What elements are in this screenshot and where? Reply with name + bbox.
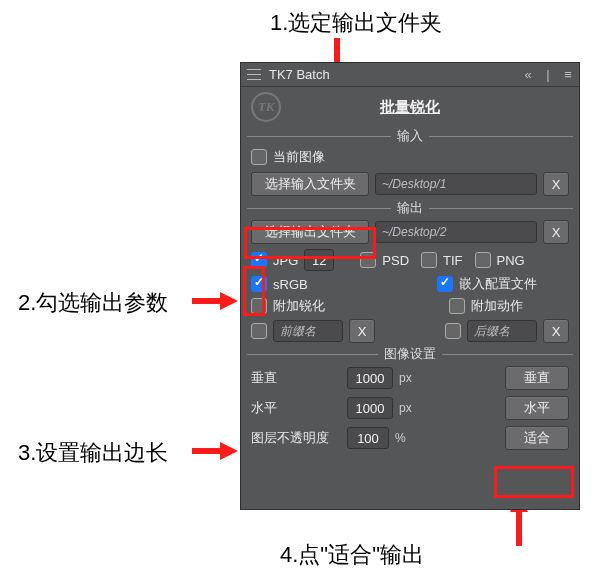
input-folder-row: 选择输入文件夹 ~/Desktop/1 X bbox=[241, 169, 579, 199]
prefix-checkbox[interactable] bbox=[251, 323, 267, 339]
suffix-input[interactable]: 后缀名 bbox=[467, 320, 537, 342]
png-checkbox[interactable] bbox=[475, 252, 491, 268]
tif-checkbox[interactable] bbox=[421, 252, 437, 268]
extra-action-label: 附加动作 bbox=[471, 297, 523, 315]
section-output-header: 输出 bbox=[241, 199, 579, 217]
horizontal-button[interactable]: 水平 bbox=[505, 396, 569, 420]
extra-action-checkbox[interactable] bbox=[449, 298, 465, 314]
opacity-row: 图层不透明度 100 % 适合 bbox=[241, 423, 579, 453]
clear-output-folder-button[interactable]: X bbox=[543, 220, 569, 244]
jpg-label: JPG bbox=[273, 253, 298, 268]
menu-icon[interactable]: ≡ bbox=[561, 67, 575, 82]
tk7-batch-panel: TK7 Batch « | ≡ TK 批量锐化 输入 当前图像 选择输入文件夹 … bbox=[240, 62, 580, 510]
section-input-header: 输入 bbox=[241, 127, 579, 145]
current-image-label: 当前图像 bbox=[273, 148, 325, 166]
horizontal-row: 水平 1000 px 水平 bbox=[241, 393, 579, 423]
arrow-3-head bbox=[220, 442, 238, 460]
output-folder-path[interactable]: ~/Desktop/2 bbox=[375, 221, 537, 243]
annotation-1: 1.选定输出文件夹 bbox=[270, 8, 442, 38]
divider-icon: | bbox=[541, 67, 555, 82]
vertical-label: 垂直 bbox=[251, 369, 341, 387]
extra-row: 附加锐化 附加动作 bbox=[241, 295, 579, 317]
panel-titlebar: TK7 Batch « | ≡ bbox=[241, 63, 579, 87]
horizontal-label: 水平 bbox=[251, 399, 341, 417]
jpg-checkbox[interactable] bbox=[251, 252, 267, 268]
arrow-2-head bbox=[220, 292, 238, 310]
png-label: PNG bbox=[497, 253, 525, 268]
clear-input-folder-button[interactable]: X bbox=[543, 172, 569, 196]
annotation-4: 4.点"适合"输出 bbox=[280, 540, 424, 570]
horizontal-unit: px bbox=[399, 401, 412, 415]
clear-prefix-button[interactable]: X bbox=[349, 319, 375, 343]
current-image-row: 当前图像 bbox=[241, 145, 579, 169]
fit-button[interactable]: 适合 bbox=[505, 426, 569, 450]
current-image-checkbox[interactable] bbox=[251, 149, 267, 165]
affix-row: 前缀名 X 后缀名 X bbox=[241, 317, 579, 345]
drag-grip-icon[interactable] bbox=[247, 68, 261, 82]
vertical-input[interactable]: 1000 bbox=[347, 367, 393, 389]
output-folder-row: 选择输出文件夹 ~/Desktop/2 X bbox=[241, 217, 579, 247]
opacity-label: 图层不透明度 bbox=[251, 429, 341, 447]
clear-suffix-button[interactable]: X bbox=[543, 319, 569, 343]
tif-label: TIF bbox=[443, 253, 463, 268]
prefix-input[interactable]: 前缀名 bbox=[273, 320, 343, 342]
choose-output-folder-button[interactable]: 选择输出文件夹 bbox=[251, 220, 369, 244]
vertical-button[interactable]: 垂直 bbox=[505, 366, 569, 390]
srgb-checkbox[interactable] bbox=[251, 276, 267, 292]
extra-sharpen-checkbox[interactable] bbox=[251, 298, 267, 314]
jpg-quality-input[interactable]: 12 bbox=[304, 249, 334, 271]
header-row: TK 批量锐化 bbox=[241, 87, 579, 127]
section-image-settings-header: 图像设置 bbox=[241, 345, 579, 363]
format-row: JPG 12 PSD TIF PNG bbox=[241, 247, 579, 273]
choose-input-folder-button[interactable]: 选择输入文件夹 bbox=[251, 172, 369, 196]
psd-label: PSD bbox=[382, 253, 409, 268]
arrow-4 bbox=[516, 510, 522, 546]
annotation-2: 2.勾选输出参数 bbox=[18, 288, 168, 318]
srgb-label: sRGB bbox=[273, 277, 308, 292]
horizontal-input[interactable]: 1000 bbox=[347, 397, 393, 419]
psd-checkbox[interactable] bbox=[360, 252, 376, 268]
suffix-checkbox[interactable] bbox=[445, 323, 461, 339]
annotation-3: 3.设置输出边长 bbox=[18, 438, 168, 468]
extra-sharpen-label: 附加锐化 bbox=[273, 297, 325, 315]
chevron-icon[interactable]: « bbox=[521, 67, 535, 82]
embed-profile-label: 嵌入配置文件 bbox=[459, 275, 537, 293]
arrow-2 bbox=[192, 298, 222, 304]
panel-title: TK7 Batch bbox=[269, 67, 330, 82]
arrow-3 bbox=[192, 448, 222, 454]
opacity-input[interactable]: 100 bbox=[347, 427, 389, 449]
vertical-row: 垂直 1000 px 垂直 bbox=[241, 363, 579, 393]
panel-subtitle: 批量锐化 bbox=[241, 98, 579, 117]
color-row: sRGB 嵌入配置文件 bbox=[241, 273, 579, 295]
vertical-unit: px bbox=[399, 371, 412, 385]
input-folder-path[interactable]: ~/Desktop/1 bbox=[375, 173, 537, 195]
embed-profile-checkbox[interactable] bbox=[437, 276, 453, 292]
opacity-unit: % bbox=[395, 431, 406, 445]
